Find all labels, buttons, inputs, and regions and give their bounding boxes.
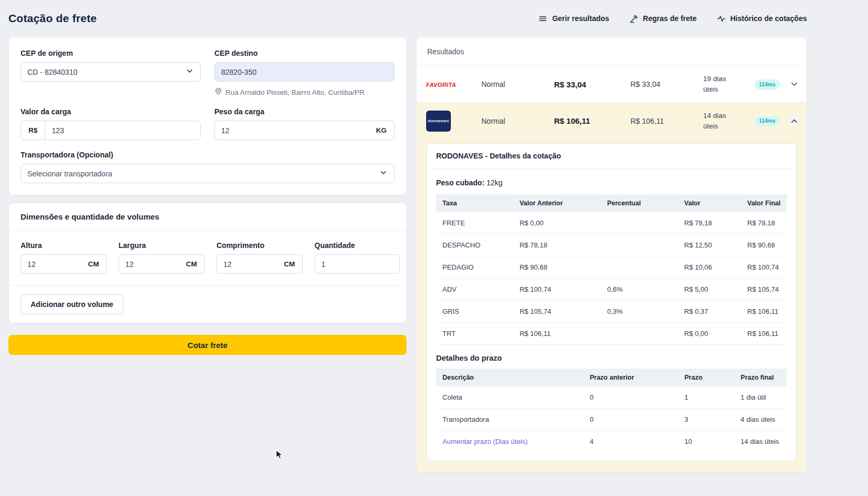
height-field: Altura CM <box>21 241 107 274</box>
table-cell: R$ 78,18 <box>678 212 741 234</box>
table-row: PEDAGIO R$ 90,68 R$ 10,06 R$ 100,74 <box>436 256 787 279</box>
destination-input[interactable] <box>214 62 394 82</box>
nav-label: Regras de frete <box>643 14 697 23</box>
topbar: Cotação de frete Gerir resultados Regras… <box>8 7 807 29</box>
rodonaves-logo: RODONAVES <box>426 111 451 132</box>
width-input[interactable] <box>119 254 179 274</box>
table-row: Aumentar prazo (Dias úteis) 4 10 14 dias… <box>436 431 787 453</box>
table-cell: Transportadora <box>436 409 584 431</box>
result-row-favorita[interactable]: FAVORITA Normal R$ 33,04 R$ 33,04 19 dia… <box>417 66 806 103</box>
table-cell <box>601 256 678 279</box>
table-cell: 4 dias úteis <box>734 409 787 431</box>
table-cell: R$ 90,68 <box>513 256 600 279</box>
deadline: 14 dias úteis <box>703 111 741 131</box>
height-label: Altura <box>21 241 107 250</box>
table-cell: 10 <box>678 431 735 453</box>
carrier-label: Transportadora (Opcional) <box>21 151 394 159</box>
cubed-weight-label: Peso cubado: <box>436 178 485 187</box>
quantity-label: Quantidade <box>314 241 400 250</box>
carrier-logo-cell: FAVORITA <box>426 80 481 88</box>
increase-deadline-link[interactable]: Aumentar prazo (Dias úteis) <box>436 431 584 453</box>
chevron-down-icon[interactable] <box>785 80 799 89</box>
latency-badge: 114ms <box>755 116 780 126</box>
list-icon <box>538 14 547 23</box>
column-header: Valor Final <box>741 194 787 212</box>
weight-unit-suffix: KG <box>369 121 394 140</box>
table-cell: R$ 12,50 <box>678 234 741 256</box>
origin-select[interactable]: CD - 82840310 <box>21 62 201 82</box>
table-cell: TRT <box>436 323 513 345</box>
nav-label: Gerir resultados <box>552 14 609 23</box>
column-header: Valor <box>678 194 741 212</box>
results-column: Resultados FAVORITA Normal R$ 33,04 R$ 3… <box>416 37 807 472</box>
table-cell: 1 <box>678 386 735 409</box>
carrier-select-placeholder: Selecionar transportadora <box>27 170 112 178</box>
table-cell: 0 <box>584 409 678 431</box>
quote-freight-button[interactable]: Cotar frete <box>8 335 407 355</box>
nav-item-historico-de-cotacoes[interactable]: Histórico de cotações <box>717 14 807 23</box>
table-cell: 1 dia útil <box>734 386 787 409</box>
table-row: Coleta 0 1 1 dia útil <box>436 386 787 409</box>
column-header: Percentual <box>601 194 678 212</box>
nav-item-regras-de-frete[interactable]: Regras de frete <box>629 14 697 23</box>
origin-field: CEP de origem CD - 82840310 <box>21 49 201 97</box>
column-header: Prazo <box>678 369 735 386</box>
nav-item-gerir-resultados[interactable]: Gerir resultados <box>538 14 609 23</box>
width-field: Largura CM <box>119 241 205 274</box>
gavel-icon <box>629 14 638 23</box>
activity-icon <box>717 14 726 23</box>
result-group-rodonaves: RODONAVES Normal R$ 106,11 R$ 106,11 14 … <box>417 103 806 472</box>
cargo-weight-input[interactable] <box>214 121 369 140</box>
table-row: FRETE R$ 0,00 R$ 78,18 R$ 78,18 <box>436 212 787 234</box>
table-cell: R$ 0,00 <box>513 212 600 234</box>
chevron-down-icon <box>185 67 194 77</box>
table-cell: R$ 0,37 <box>678 301 741 323</box>
column-header: Prazo final <box>734 369 787 386</box>
table-cell: R$ 106,11 <box>741 301 787 323</box>
currency-prefix: R$ <box>21 121 45 140</box>
length-input[interactable] <box>216 254 277 274</box>
carrier-select[interactable]: Selecionar transportadora <box>21 164 394 183</box>
table-cell: 3 <box>678 409 735 431</box>
cargo-weight-label: Peso da carga <box>214 107 394 116</box>
cargo-weight-field: Peso da carga KG <box>214 107 394 140</box>
latency-badge: 114ms <box>755 80 780 90</box>
column-header: Prazo anterior <box>584 369 678 386</box>
price: R$ 33,04 <box>630 80 703 88</box>
result-row-rodonaves[interactable]: RODONAVES Normal R$ 106,11 R$ 106,11 14 … <box>417 103 806 139</box>
deadline-details-title: Detalhes do prazo <box>436 354 787 362</box>
nav-label: Histórico de cotações <box>731 14 807 23</box>
page: Cotação de frete Gerir resultados Regras… <box>0 0 868 496</box>
top-navigation: Gerir resultados Regras de frete Históri… <box>538 14 807 23</box>
chevron-up-icon[interactable] <box>785 116 799 126</box>
table-cell: 0,3% <box>601 301 678 323</box>
table-cell: 0 <box>584 386 678 409</box>
page-title: Cotação de frete <box>8 12 97 25</box>
cargo-value-label: Valor da carga <box>21 107 201 116</box>
column-header: Descrição <box>436 369 584 386</box>
price-final: R$ 106,11 <box>554 116 630 125</box>
destination-address-text: Rua Arnaldo Pisseti, Bairro Alto, Curiti… <box>225 88 364 96</box>
table-cell: R$ 106,11 <box>741 323 787 345</box>
width-unit-suffix: CM <box>179 254 205 274</box>
table-cell: PEDAGIO <box>436 256 513 279</box>
cargo-value-field: Valor da carga R$ <box>21 107 201 140</box>
height-input[interactable] <box>21 254 81 274</box>
table-cell: R$ 10,06 <box>678 256 741 279</box>
cargo-value-input[interactable] <box>45 121 201 140</box>
quantity-input[interactable] <box>314 254 400 274</box>
quantity-field: Quantidade <box>314 241 400 274</box>
table-cell: 4 <box>584 431 678 453</box>
cubed-weight: Peso cubado: 12kg <box>436 178 787 187</box>
tax-table: Taxa Valor Anterior Percentual Valor Val… <box>436 194 787 345</box>
results-card: Resultados FAVORITA Normal R$ 33,04 R$ 3… <box>416 37 807 472</box>
table-cell <box>601 234 678 256</box>
table-cell: R$ 105,74 <box>741 279 787 301</box>
column-header: Taxa <box>436 194 513 212</box>
table-row: ADV R$ 100,74 0,6% R$ 5,00 R$ 105,74 <box>436 279 787 301</box>
add-volume-button[interactable]: Adicionar outro volume <box>21 294 123 314</box>
table-cell: 14 dias úteis <box>734 431 787 453</box>
length-unit-suffix: CM <box>277 254 303 274</box>
height-unit-suffix: CM <box>81 254 107 274</box>
length-field: Comprimento CM <box>216 241 303 274</box>
